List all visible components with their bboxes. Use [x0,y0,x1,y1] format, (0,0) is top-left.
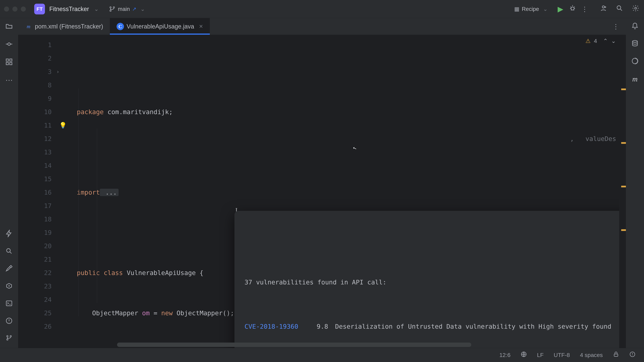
arrow-icon: ↗ [132,6,136,12]
chevron-down-icon[interactable]: ⌄ [140,6,145,12]
notifications-icon[interactable] [631,22,639,31]
svg-point-4 [602,6,604,8]
svg-point-20 [632,40,637,42]
svg-point-19 [10,336,12,337]
indent[interactable]: 4 spaces [580,352,603,358]
run-config-label: Recipe [522,6,539,12]
editor-tabs: m pom.xml (FitnessTracker) C VulnerableA… [18,18,626,35]
find-tool-icon[interactable] [5,247,13,256]
line-separator-icon[interactable] [520,351,527,359]
svg-point-14 [9,286,10,286]
maven-file-icon: m [25,23,32,30]
svg-rect-8 [6,59,8,61]
popup-title: 37 vulnerabilities found in API call: [244,275,386,290]
svg-rect-11 [6,62,8,65]
code-area[interactable]: package com.maritvandijk; import ... pub… [58,35,619,348]
cve-link[interactable]: CVE-2018-19360 [244,319,312,334]
editor[interactable]: ⚠ 4 ⌃ ⌄ 1 2 3 › 8 9 10 11 💡 12 [18,35,626,348]
terminal-tool-icon[interactable] [5,300,13,309]
svg-rect-15 [6,301,12,306]
run-icon[interactable]: ▶ [556,5,565,13]
tab-vulnerable[interactable]: C VulnerableApiUsage.java ✕ [110,18,210,35]
problems-tool-icon[interactable] [5,317,13,326]
run-config-selector[interactable]: ▦ Recipe ⌄ [514,6,550,12]
svg-point-18 [7,339,8,340]
close-dot[interactable] [4,6,9,11]
more-horiz-icon[interactable]: ⋯ [5,76,13,84]
svg-point-0 [110,6,111,8]
more-vert-icon[interactable]: ⋮ [606,23,626,30]
search-icon[interactable] [615,4,624,13]
line-ending[interactable]: LF [537,352,544,358]
database-tool-icon[interactable] [631,40,639,49]
svg-rect-10 [10,62,12,65]
code-with-me-icon[interactable] [599,4,608,13]
svg-point-6 [635,7,636,9]
tab-label: pom.xml (FitnessTracker) [35,23,103,30]
cve-desc: Deserialization of Untrusted Data vulner… [335,319,611,334]
project-name[interactable]: FitnessTracker [49,5,89,12]
encoding[interactable]: UTF-8 [554,352,570,358]
window-controls[interactable] [4,6,26,11]
recipe-icon: ▦ [514,6,520,12]
inlay-hint: , valueDes [567,132,619,145]
tab-pom[interactable]: m pom.xml (FitnessTracker) [18,18,110,35]
svg-rect-9 [10,59,12,61]
debug-icon[interactable] [568,4,577,13]
svg-point-7 [8,43,10,45]
error-stripe[interactable] [619,35,626,348]
branch-icon [109,6,116,12]
caret-position[interactable]: 12:6 [500,352,510,358]
ai-tool-icon[interactable] [5,230,13,239]
close-icon[interactable]: ✕ [199,23,203,29]
more-vert-icon[interactable]: ⋮ [580,5,589,13]
structure-tool-icon[interactable] [5,58,13,67]
vcs-tool-icon[interactable] [6,335,12,343]
zoom-dot[interactable] [21,6,26,11]
svg-point-2 [113,6,114,8]
gutter[interactable]: 1 2 3 › 8 9 10 11 💡 12 13 14 15 16 17 18 [18,35,58,348]
services-tool-icon[interactable] [5,282,13,291]
coverage-tool-icon[interactable] [631,57,639,66]
settings-icon[interactable] [631,4,640,13]
java-class-icon: C [116,23,124,30]
branch-name: main [118,6,130,12]
tab-label: VulnerableApiUsage.java [126,23,194,30]
more-vert-icon[interactable]: ⋮ [616,275,619,290]
minimize-dot[interactable] [12,6,18,11]
svg-point-5 [617,6,621,9]
project-tool-icon[interactable] [5,22,13,32]
svg-point-17 [7,336,8,337]
readonly-icon[interactable] [613,351,619,359]
chevron-down-icon: ⌄ [543,6,548,12]
build-tool-icon[interactable] [5,265,13,274]
status-bar: 12:6 LF UTF-8 4 spaces [0,348,644,362]
title-bar: FT FitnessTracker ⌄ main ↗ ⌄ ▦ Recipe ⌄ … [0,0,644,18]
horizontal-scrollbar[interactable] [117,343,609,347]
left-tool-rail: ⋯ [0,18,18,348]
chevron-down-icon[interactable]: ⌄ [94,6,99,12]
maven-tool-icon[interactable]: m [632,75,638,83]
commit-tool-icon[interactable] [5,40,13,50]
vulnerability-popup: 37 vulnerabilities found in API call: ⋮ … [234,211,619,348]
svg-point-12 [6,249,10,252]
svg-point-1 [110,10,111,11]
cve-score: 9.8 [317,319,330,334]
svg-rect-23 [614,354,618,356]
right-tool-rail: m [626,18,644,348]
project-badge[interactable]: FT [34,4,45,14]
status-info-icon[interactable] [629,351,636,359]
vcs-branch[interactable]: main ↗ ⌄ [109,6,147,12]
